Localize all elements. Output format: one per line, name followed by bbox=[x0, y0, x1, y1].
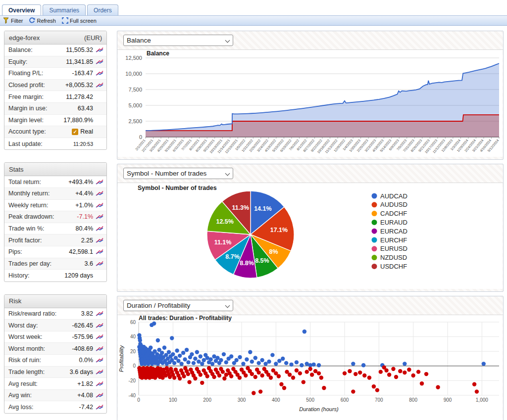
stat-value: -575.96 bbox=[72, 333, 93, 340]
svg-text:700: 700 bbox=[375, 397, 383, 403]
sparkline-icon[interactable] bbox=[96, 214, 103, 220]
tab-orders[interactable]: Orders bbox=[87, 4, 118, 15]
svg-text:-40: -40 bbox=[129, 393, 136, 398]
sparkline-icon[interactable] bbox=[96, 381, 103, 387]
stat-label: Margin level: bbox=[8, 117, 63, 124]
svg-text:10,000: 10,000 bbox=[125, 71, 142, 77]
stat-row: Total return:+493.4% bbox=[4, 176, 106, 188]
filter-label: Filter bbox=[11, 18, 23, 24]
account-currency: (EUR) bbox=[84, 34, 102, 42]
sparkline-icon[interactable] bbox=[96, 357, 103, 363]
stat-label: Peak drawdown: bbox=[8, 213, 77, 220]
sparkline-icon[interactable] bbox=[96, 249, 103, 255]
tab-summaries[interactable]: Summaries bbox=[43, 4, 86, 15]
stat-row: Pips:42,598.1 bbox=[4, 246, 106, 258]
stat-value: 11,341.85 bbox=[66, 58, 93, 65]
stat-value: +8,005.32 bbox=[65, 82, 93, 89]
stat-label: Profit factor: bbox=[8, 237, 81, 244]
filter-icon bbox=[3, 17, 9, 24]
svg-text:AUDUSD: AUDUSD bbox=[380, 201, 407, 208]
stat-value: +4.08 bbox=[77, 392, 93, 399]
sparkline-icon[interactable] bbox=[96, 47, 103, 53]
stat-label: Monthly return: bbox=[8, 190, 75, 197]
sparkline-icon[interactable] bbox=[96, 334, 103, 340]
svg-text:12,500: 12,500 bbox=[125, 55, 142, 61]
sparkline-icon[interactable] bbox=[96, 311, 103, 317]
svg-text:8%: 8% bbox=[269, 248, 278, 255]
svg-text:7,500: 7,500 bbox=[128, 87, 142, 93]
fullscreen-label: Full screen bbox=[70, 18, 97, 24]
svg-text:900: 900 bbox=[444, 397, 452, 403]
stat-label: Worst week: bbox=[8, 333, 72, 340]
balance-chart-select[interactable]: Balance bbox=[123, 35, 233, 46]
svg-text:8.8%: 8.8% bbox=[240, 260, 254, 267]
sparkline-icon[interactable] bbox=[96, 190, 103, 196]
duration-select-row: Duration / Profitability bbox=[117, 296, 503, 315]
sparkline-icon[interactable] bbox=[96, 404, 103, 410]
svg-text:NZDUSD: NZDUSD bbox=[380, 254, 407, 261]
svg-text:Symbol - Number of trades: Symbol - Number of trades bbox=[138, 185, 217, 191]
tab-overview[interactable]: Overview bbox=[2, 4, 41, 15]
sparkline-icon[interactable] bbox=[96, 59, 103, 65]
sparkline-icon[interactable] bbox=[96, 82, 103, 88]
sparkline-icon[interactable] bbox=[96, 237, 103, 243]
stat-row: Avg result:+1.82 bbox=[4, 378, 106, 390]
stat-row: Worst day:-626.45 bbox=[4, 320, 106, 331]
sparkline-icon[interactable] bbox=[96, 70, 103, 76]
refresh-label: Refresh bbox=[37, 18, 56, 24]
sparkline-icon[interactable] bbox=[96, 346, 103, 352]
checkbox-checked-icon: ✓ bbox=[72, 129, 78, 135]
svg-text:2,500: 2,500 bbox=[128, 118, 142, 124]
stat-label: Closed profit: bbox=[8, 82, 65, 89]
svg-text:Balance: Balance bbox=[147, 50, 169, 57]
svg-text:200: 200 bbox=[203, 397, 211, 403]
stat-value: 0.0% bbox=[79, 357, 94, 364]
stat-label: Risk of ruin: bbox=[8, 357, 79, 364]
stat-row: Avg loss:-7.42 bbox=[4, 401, 106, 413]
duration-chart-select[interactable]: Duration / Profitability bbox=[123, 300, 233, 311]
stat-label: Balance: bbox=[8, 47, 66, 53]
stat-label: Worst month: bbox=[8, 345, 72, 352]
stat-label: Trade win %: bbox=[8, 225, 76, 232]
duration-scatter-panel: Duration / Profitability 010020030040050… bbox=[117, 296, 504, 420]
stat-value: 42,598.1 bbox=[69, 248, 93, 255]
sparkline-icon[interactable] bbox=[96, 179, 103, 185]
stat-row: Monthly return:+4.4% bbox=[4, 188, 106, 200]
stats-panel-title: Stats bbox=[9, 166, 24, 173]
stat-row: Equity:11,341.85 bbox=[4, 56, 106, 68]
refresh-button[interactable]: Refresh bbox=[29, 17, 56, 24]
symbol-chart-select[interactable]: Symbol - Number of trades bbox=[123, 168, 233, 179]
stat-label: Total return: bbox=[8, 179, 68, 186]
stat-value: 3.6 bbox=[85, 260, 93, 267]
svg-text:EURCAD: EURCAD bbox=[380, 228, 407, 235]
risk-panel-title: Risk bbox=[9, 297, 21, 305]
stat-row: Risk of ruin:0.0% bbox=[4, 355, 106, 367]
svg-text:12.5%: 12.5% bbox=[216, 218, 233, 225]
stat-row: Trade length:3.6 days bbox=[4, 367, 106, 378]
sparkline-icon[interactable] bbox=[96, 369, 103, 375]
risk-panel-header: Risk bbox=[4, 295, 106, 308]
stat-value: -408.69 bbox=[72, 345, 93, 352]
svg-text:0: 0 bbox=[139, 134, 142, 140]
stat-row: Peak drawdown:-7.1% bbox=[4, 211, 106, 223]
sparkline-icon[interactable] bbox=[96, 202, 103, 208]
sparkline-icon[interactable] bbox=[96, 261, 103, 267]
fullscreen-button[interactable]: Full screen bbox=[62, 17, 97, 24]
svg-text:11.1%: 11.1% bbox=[214, 239, 232, 246]
svg-text:17.1%: 17.1% bbox=[270, 227, 288, 233]
stats-panel-header: Stats bbox=[4, 163, 106, 176]
stat-row: Trades per day:3.6 bbox=[4, 258, 106, 270]
stat-value: +1.0% bbox=[75, 202, 93, 209]
stat-label: Last update: bbox=[8, 140, 73, 147]
sparkline-icon[interactable] bbox=[96, 226, 103, 232]
svg-text:8.5%: 8.5% bbox=[255, 257, 269, 264]
sparkline-icon[interactable] bbox=[96, 392, 103, 398]
balance-chart-svg: 02,5005,0007,50010,00012,5002/1/20212/27… bbox=[118, 50, 503, 155]
sparkline-icon[interactable] bbox=[96, 323, 103, 328]
stat-label: Worst day: bbox=[8, 322, 72, 329]
svg-text:Duration (hours): Duration (hours) bbox=[299, 406, 339, 412]
stat-label: Equity: bbox=[8, 58, 66, 65]
svg-text:EURAUD: EURAUD bbox=[380, 219, 407, 226]
stat-row: History:1209 days bbox=[4, 270, 106, 281]
filter-button[interactable]: Filter bbox=[3, 17, 23, 24]
